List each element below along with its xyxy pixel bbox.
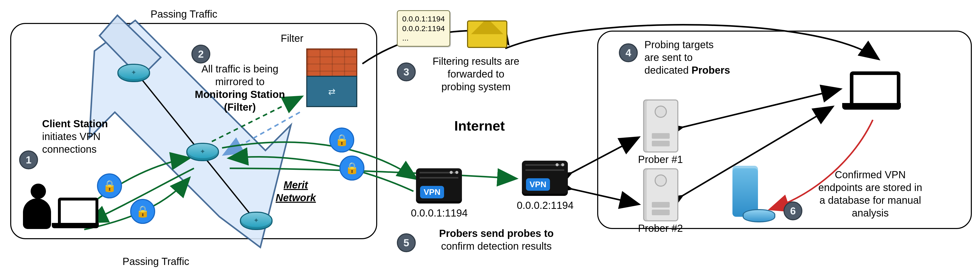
vpn1-addr: 0.0.0.1:1194	[411, 207, 468, 219]
step-6-text: Confirmed VPN endpoints are stored in a …	[809, 168, 932, 219]
step-3-text: Filtering results are forwarded to probi…	[421, 55, 531, 93]
lock-icon: 🔒	[329, 128, 354, 152]
filter-ip-list: 0.0.0.1:1194 0.0.0.2:1194 ...	[397, 10, 450, 47]
step-2-number: 2	[198, 49, 204, 60]
internet-label: Internet	[454, 117, 505, 134]
step-5-badge: 5	[397, 233, 416, 252]
prober-2-icon	[643, 168, 678, 221]
lock-icon: 🔒	[339, 155, 364, 180]
step-6-number: 6	[790, 205, 796, 217]
vpn-tag: VPN	[420, 186, 444, 198]
step-2-text: All traffic is being mirrored to Monitor…	[184, 62, 296, 114]
step-3-badge: 3	[397, 62, 416, 81]
lock-icon: 🔒	[97, 173, 122, 198]
step-6-badge: 6	[783, 201, 802, 220]
step-4-text: Probing targets are sent to dedicated Pr…	[644, 38, 730, 76]
diagram-stage: Passing Traffic Passing Traffic 🔒 🔒 🔒 🔒 …	[0, 0, 980, 280]
vpn2-addr: 0.0.0.2:1194	[517, 199, 573, 212]
router-mid	[186, 143, 219, 161]
database-disk-icon	[743, 209, 775, 222]
client-laptop-icon	[52, 198, 99, 228]
passing-traffic-top: Passing Traffic	[151, 8, 218, 21]
ip-row: 0.0.0.1:1194	[402, 14, 445, 24]
envelope-icon	[467, 21, 508, 48]
vpn-server-2-icon: VPN	[522, 161, 568, 194]
filter-label: Filter	[281, 32, 304, 44]
passing-traffic-bottom: Passing Traffic	[123, 255, 189, 268]
lock-icon: 🔒	[130, 199, 155, 224]
merit-network-label: Merit Network	[275, 179, 316, 204]
step-5-number: 5	[404, 237, 409, 248]
vpn-server-1-icon: VPN	[416, 168, 462, 201]
prober-1-label: Prober #1	[638, 153, 683, 166]
filter-firewall-icon: ⇄	[306, 49, 357, 107]
ip-row: ...	[402, 33, 445, 43]
analyst-laptop-icon	[842, 71, 901, 110]
step-4-number: 4	[625, 47, 631, 59]
step-4-badge: 4	[619, 43, 638, 62]
step-2-badge: 2	[191, 44, 210, 63]
vpn-tag: VPN	[526, 178, 550, 191]
step-5-text: Probers send probes to confirm detection…	[421, 227, 572, 253]
step-1-badge: 1	[19, 150, 38, 169]
ip-row: 0.0.0.2:1194	[402, 24, 445, 33]
prober-1-icon	[643, 100, 678, 152]
prober-2-label: Prober #2	[638, 222, 683, 235]
step-3-number: 3	[404, 66, 409, 78]
client-person-icon	[21, 184, 54, 229]
step-1-number: 1	[26, 154, 32, 166]
router-top	[118, 64, 150, 82]
router-bot	[240, 212, 272, 230]
step-1-text: Client Station initiates VPN connections	[42, 117, 108, 155]
